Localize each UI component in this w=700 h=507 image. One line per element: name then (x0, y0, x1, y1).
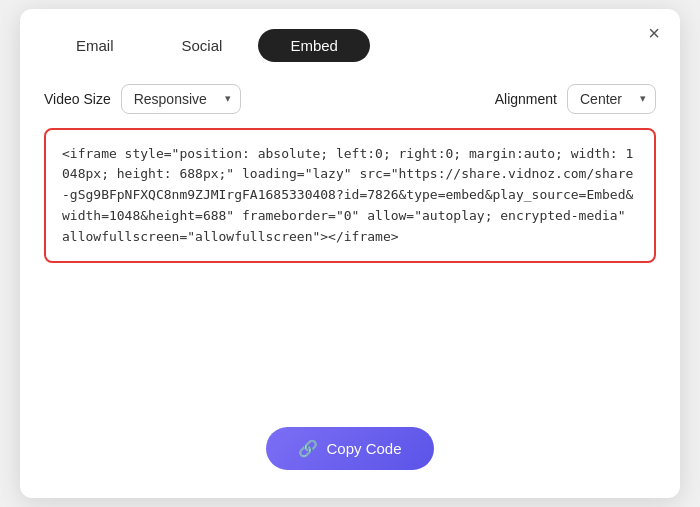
close-button[interactable]: × (644, 23, 664, 43)
video-size-select[interactable]: Responsive Custom (121, 84, 241, 114)
alignment-label: Alignment (495, 91, 557, 107)
alignment-group: Alignment Center Left Right ▾ (495, 84, 656, 114)
video-size-label: Video Size (44, 91, 111, 107)
copy-code-button[interactable]: 🔗 Copy Code (266, 427, 433, 470)
video-size-group: Video Size Responsive Custom ▾ (44, 84, 241, 114)
alignment-select[interactable]: Center Left Right (567, 84, 656, 114)
tab-embed[interactable]: Embed (258, 29, 370, 62)
controls-row: Video Size Responsive Custom ▾ Alignment… (44, 84, 656, 114)
video-size-select-wrap: Responsive Custom ▾ (121, 84, 241, 114)
footer: 🔗 Copy Code (44, 419, 656, 470)
embed-code-box[interactable]: <iframe style="position: absolute; left:… (44, 128, 656, 264)
tab-email[interactable]: Email (44, 29, 146, 62)
alignment-select-wrap: Center Left Right ▾ (567, 84, 656, 114)
link-icon: 🔗 (298, 439, 318, 458)
tab-social[interactable]: Social (150, 29, 255, 62)
copy-code-label: Copy Code (326, 440, 401, 457)
tab-bar: Email Social Embed (44, 29, 656, 62)
empty-area (44, 279, 656, 419)
share-modal: × Email Social Embed Video Size Responsi… (20, 9, 680, 499)
